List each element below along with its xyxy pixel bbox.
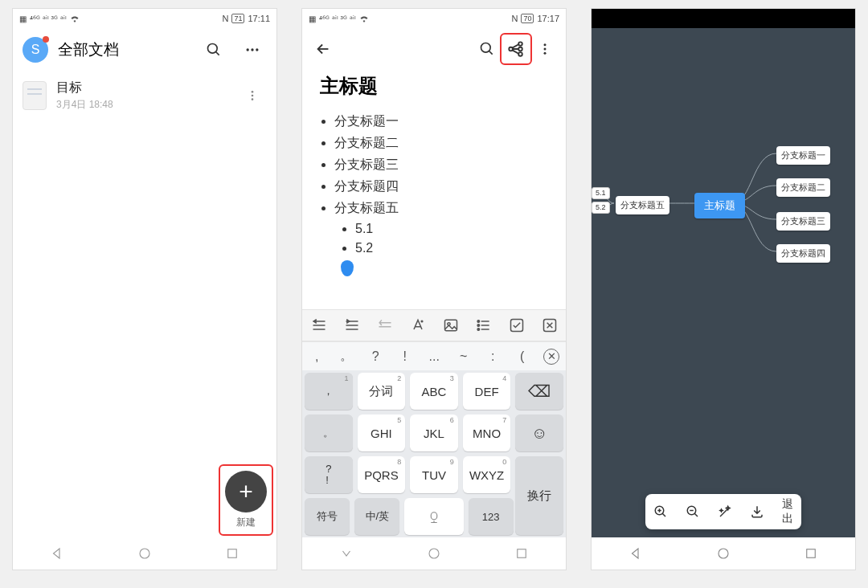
font-icon[interactable] xyxy=(410,317,426,333)
punct-key[interactable]: ... xyxy=(420,349,449,364)
symbols-key[interactable]: 符号 xyxy=(305,498,350,535)
mindmap-node[interactable]: 分支标题五 xyxy=(616,196,669,214)
svg-point-8 xyxy=(140,549,149,558)
nav-back-icon[interactable] xyxy=(50,546,64,561)
key[interactable]: 3ABC xyxy=(410,373,458,410)
mindmap-sub[interactable]: 5.2 xyxy=(592,202,610,214)
indent-in-icon[interactable] xyxy=(344,317,360,333)
punct-key[interactable]: , xyxy=(302,349,332,364)
doc-thumb-icon xyxy=(23,81,47,110)
editor-header xyxy=(302,28,566,70)
key[interactable]: ? ! xyxy=(305,456,353,493)
emoji-key[interactable]: ☺ xyxy=(515,414,563,451)
svg-point-0 xyxy=(208,44,218,54)
keyboard: 1， 2分词 3ABC 4DEF ⌫ 。 5GHI 6JKL 7MNO ☺ ? … xyxy=(302,370,566,537)
document-row[interactable]: 目标 3月4日 18:48 xyxy=(13,71,276,120)
status-bar xyxy=(592,9,855,28)
punctuation-row: , 。 ? ! ... ~ : ( ✕ xyxy=(302,341,566,370)
nav-home-icon[interactable] xyxy=(137,546,152,561)
svg-point-19 xyxy=(421,321,423,322)
close-keyboard-icon[interactable] xyxy=(542,317,558,333)
svg-point-22 xyxy=(477,321,480,323)
key[interactable]: 4DEF xyxy=(463,373,511,410)
mindmap-node[interactable]: 分支标题一 xyxy=(776,146,830,165)
enter-key[interactable]: 换行 xyxy=(515,456,563,535)
signal-icon: ⁴⁶ᴳ ᵃⁱˡ ³ᴳ ᵃⁱˡ xyxy=(30,14,67,23)
nav-back-icon[interactable] xyxy=(628,546,643,561)
key[interactable]: 0WXYZ xyxy=(463,456,511,493)
space-key[interactable] xyxy=(404,498,463,535)
svg-point-18 xyxy=(544,52,547,55)
nav-recent-icon[interactable] xyxy=(514,546,529,561)
punct-key[interactable]: ~ xyxy=(449,349,479,364)
svg-point-4 xyxy=(256,48,258,51)
bullet-item: 分支标题四 xyxy=(334,178,548,195)
indent-out-icon[interactable] xyxy=(311,317,327,333)
status-time: 17:11 xyxy=(248,14,270,23)
mindmap-canvas[interactable]: 主标题 分支标题一 分支标题二 分支标题三 分支标题四 分支标题五 5.1 5.… xyxy=(592,28,855,537)
punct-key[interactable]: ! xyxy=(391,349,420,364)
svg-point-10 xyxy=(481,43,491,53)
doc-more-icon[interactable] xyxy=(238,81,267,110)
nav-home-icon[interactable] xyxy=(716,546,731,561)
key[interactable]: 6JKL xyxy=(410,414,458,451)
search-icon[interactable] xyxy=(199,35,228,64)
text-cursor-handle[interactable] xyxy=(341,260,354,276)
bullet-item: 分支标题一 xyxy=(334,113,548,130)
delete-punct-key[interactable]: ✕ xyxy=(543,349,559,365)
mindmap-node[interactable]: 分支标题二 xyxy=(776,178,830,197)
key[interactable]: 5GHI xyxy=(358,414,406,451)
overflow-icon[interactable] xyxy=(530,35,559,63)
heading-icon[interactable] xyxy=(377,317,393,333)
nav-back-icon[interactable] xyxy=(339,546,354,561)
punct-key[interactable]: ( xyxy=(508,349,538,364)
svg-rect-27 xyxy=(431,512,437,520)
backspace-key[interactable]: ⌫ xyxy=(515,373,563,410)
magic-icon[interactable] xyxy=(718,504,732,519)
doc-title: 主标题 xyxy=(320,73,548,99)
key[interactable]: 。 xyxy=(305,414,353,451)
doc-name: 目标 xyxy=(56,80,228,96)
page-title: 全部文档 xyxy=(58,39,190,60)
mindmap-node[interactable]: 分支标题四 xyxy=(776,244,830,263)
mindmap-root[interactable]: 主标题 xyxy=(694,193,745,218)
mindmap-toolbar: 退出 xyxy=(645,494,801,529)
punct-key[interactable]: 。 xyxy=(332,348,362,365)
doc-date: 3月4日 18:48 xyxy=(56,98,228,112)
punct-key[interactable]: ? xyxy=(361,349,391,364)
svg-point-2 xyxy=(247,48,249,51)
search-icon[interactable] xyxy=(473,35,502,63)
screen-documents: ▦ ⁴⁶ᴳ ᵃⁱˡ ³ᴳ ᵃⁱˡ N 71 17:11 S 全部文档 目标 3月… xyxy=(12,8,277,570)
nav-home-icon[interactable] xyxy=(427,546,441,561)
nav-recent-icon[interactable] xyxy=(804,546,818,561)
svg-point-17 xyxy=(544,48,547,51)
numbers-key[interactable]: 123 xyxy=(469,498,514,535)
zoom-in-icon[interactable] xyxy=(653,504,668,519)
svg-rect-29 xyxy=(518,549,526,558)
key[interactable]: 8PQRS xyxy=(358,456,406,493)
mindmap-node[interactable]: 分支标题三 xyxy=(776,212,830,231)
checkbox-icon[interactable] xyxy=(509,317,525,333)
more-icon[interactable] xyxy=(238,35,267,64)
key[interactable]: 7MNO xyxy=(463,414,511,451)
mindmap-sub[interactable]: 5.1 xyxy=(592,187,610,199)
svg-point-16 xyxy=(544,43,547,46)
punct-key[interactable]: : xyxy=(478,349,508,364)
nav-recent-icon[interactable] xyxy=(225,546,240,561)
svg-point-24 xyxy=(477,329,480,331)
back-icon[interactable] xyxy=(309,35,338,63)
editor-body[interactable]: 主标题 分支标题一 分支标题二 分支标题三 分支标题四 分支标题五 5.1 5.… xyxy=(302,70,566,309)
zoom-out-icon[interactable] xyxy=(686,504,700,519)
list-icon[interactable] xyxy=(476,317,492,333)
bullet-item: 分支标题三 xyxy=(334,157,548,174)
key[interactable]: 2分词 xyxy=(358,373,406,410)
avatar[interactable]: S xyxy=(23,37,48,63)
mindmap-icon[interactable] xyxy=(502,35,530,63)
download-icon[interactable] xyxy=(750,504,764,519)
svg-rect-9 xyxy=(228,549,237,558)
exit-button[interactable]: 退出 xyxy=(782,497,793,526)
key[interactable]: 9TUV xyxy=(410,456,458,493)
key[interactable]: 1， xyxy=(305,373,353,410)
image-icon[interactable] xyxy=(443,317,459,333)
lang-key[interactable]: 中/英 xyxy=(354,498,399,535)
